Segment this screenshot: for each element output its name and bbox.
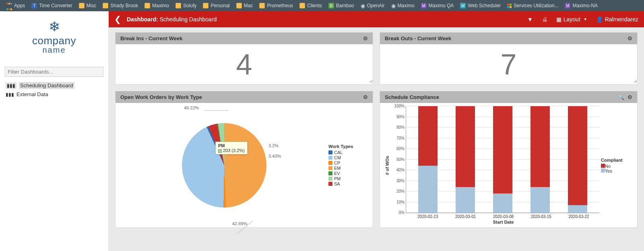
bookmark-shady-brook[interactable]: Shady Brook xyxy=(100,2,141,10)
bar-2020-03-22[interactable] xyxy=(568,106,587,213)
pie-chart[interactable]: 49.22% 3.2% 3.43% 42.89% PM 203 (3.2%) xyxy=(120,106,328,224)
legend-item-pm[interactable]: PM xyxy=(328,176,369,181)
card-open-work-orders: Open Work Orders by Work Type ⚙ 49.22% 3… xyxy=(115,91,373,228)
bar-2020-03-15[interactable] xyxy=(530,106,550,213)
bookmark-mac[interactable]: Mac xyxy=(233,2,256,10)
kpi-value: 4 xyxy=(116,44,373,84)
bar-chart-icon: ▮▮▮ xyxy=(6,82,17,89)
sidebar: ❄ company name ▮▮▮Scheduling Dashboard▮▮… xyxy=(0,11,109,251)
x-axis-label: Start Date xyxy=(406,220,601,224)
legend-title: Compliant xyxy=(601,158,633,163)
card-break-ins: Break Ins - Current Week ⚙ 4 ◢ xyxy=(115,32,373,84)
card-schedule-compliance: Schedule Compliance 🔍 ⚙ # of WOs 0%10%20… xyxy=(380,91,638,228)
y-axis-label: # of WOs xyxy=(384,106,390,224)
bookmark-maximo[interactable]: ◉Maximo xyxy=(388,2,417,10)
bar-2020-03-01[interactable] xyxy=(456,106,475,213)
bookmark-time-converter[interactable]: TTime Converter xyxy=(29,2,75,10)
pie-legend: Work Types CALCMCPEMEVPMSA xyxy=(328,144,369,187)
bar-2020-03-08[interactable] xyxy=(493,106,512,213)
layout-menu[interactable]: ▦ Layout▼ xyxy=(556,16,587,23)
header-prefix: Dashboard: xyxy=(127,16,158,23)
logo-text-2: name xyxy=(0,45,108,55)
pie-label-em: 49.22% xyxy=(184,105,199,110)
sidebar-item-external-data[interactable]: ▮▮▮External Data xyxy=(0,90,108,99)
bookmark-personal[interactable]: Personal xyxy=(200,2,232,10)
bookmark-openair[interactable]: ◉OpenAir xyxy=(358,2,388,10)
bookmark-solufy[interactable]: Solufy xyxy=(173,2,199,10)
card-break-outs: Break Outs - Current Week ⚙ 7 ◢ xyxy=(380,32,638,84)
legend-item-sa[interactable]: SA xyxy=(328,181,369,186)
bookmark-misc[interactable]: Misc xyxy=(76,2,99,10)
header-title: Scheduling Dashboard xyxy=(160,16,217,23)
bar-chart[interactable]: 0%10%20%30%40%50%60%70%80%90%100% xyxy=(406,106,599,213)
legend-item-no[interactable]: No xyxy=(601,164,633,169)
filter-icon[interactable]: ▼ xyxy=(527,16,533,23)
bookmark-maximo-na[interactable]: MMaximo-NA xyxy=(562,2,601,10)
bookmark-maximo[interactable]: Maximo xyxy=(142,2,172,10)
bookmark-apps[interactable]: Apps xyxy=(3,0,28,11)
back-icon[interactable]: ❮ xyxy=(114,14,121,24)
legend-item-yes[interactable]: Yes xyxy=(601,169,633,173)
bookmark-bamboo[interactable]: BBamboo xyxy=(326,2,357,10)
browser-bookmark-bar: AppsTTime ConverterMiscShady BrookMaximo… xyxy=(0,0,644,11)
legend-item-cp[interactable]: CP xyxy=(328,160,369,165)
card-title: Schedule Compliance xyxy=(385,94,615,100)
bar-legend: Compliant NoYes xyxy=(601,158,633,173)
pie-label-sa: 3.43% xyxy=(268,154,281,158)
bookmark-maximo-qa[interactable]: MMaximo QA xyxy=(418,2,457,10)
user-menu[interactable]: 👤 Ralmendarez xyxy=(596,16,638,23)
legend-item-cm[interactable]: CM xyxy=(328,155,369,160)
dashboard-header: ❮ Dashboard: Scheduling Dashboard ▼ 🖨 ▦ … xyxy=(109,11,644,27)
resize-handle[interactable]: ◢ xyxy=(369,78,372,83)
gear-icon[interactable]: ⚙ xyxy=(363,35,368,41)
gear-icon[interactable]: ⚙ xyxy=(627,35,632,41)
filter-dashboards-input[interactable] xyxy=(5,67,103,77)
kpi-value: 7 xyxy=(380,44,637,84)
bookmark-web-scheduler[interactable]: WWeb Scheduler xyxy=(457,2,504,10)
legend-title: Work Types xyxy=(328,144,369,149)
company-logo: ❄ company name xyxy=(0,11,108,59)
pie-label-cm: 42.89% xyxy=(232,221,247,226)
legend-item-ev[interactable]: EV xyxy=(328,171,369,176)
card-title: Break Outs - Current Week xyxy=(385,35,624,41)
bookmark-prometheus[interactable]: Prometheus xyxy=(256,2,296,10)
card-title: Break Ins - Current Week xyxy=(120,35,360,41)
legend-item-em[interactable]: EM xyxy=(328,166,369,171)
bar-chart-icon: ▮▮▮ xyxy=(6,92,14,97)
resize-handle[interactable]: ◢ xyxy=(634,78,636,83)
pie-label-pm: 3.2% xyxy=(268,143,279,148)
bookmark-services-utilization-[interactable]: Services Utilization... xyxy=(504,2,561,10)
x-tick: 2020-02-23 xyxy=(417,214,438,219)
gear-icon[interactable]: ⚙ xyxy=(363,94,368,100)
sidebar-item-scheduling-dashboard[interactable]: ▮▮▮Scheduling Dashboard xyxy=(0,81,108,90)
legend-item-cal[interactable]: CAL xyxy=(328,150,369,155)
card-title: Open Work Orders by Work Type xyxy=(120,94,360,100)
print-icon[interactable]: 🖨 xyxy=(542,16,547,23)
bar-2020-02-23[interactable] xyxy=(418,106,438,213)
pie-tooltip: PM 203 (3.2%) xyxy=(215,142,248,154)
gear-icon[interactable]: ⚙ xyxy=(627,94,632,100)
x-tick: 2020-03-22 xyxy=(569,214,589,219)
bookmark-clients[interactable]: Clients xyxy=(297,2,325,10)
zoom-icon[interactable]: 🔍 xyxy=(618,94,624,100)
logo-text-1: company xyxy=(32,35,76,47)
x-tick: 2020-03-08 xyxy=(493,214,514,219)
x-tick: 2020-03-01 xyxy=(455,214,476,219)
x-tick: 2020-03-15 xyxy=(531,214,551,219)
